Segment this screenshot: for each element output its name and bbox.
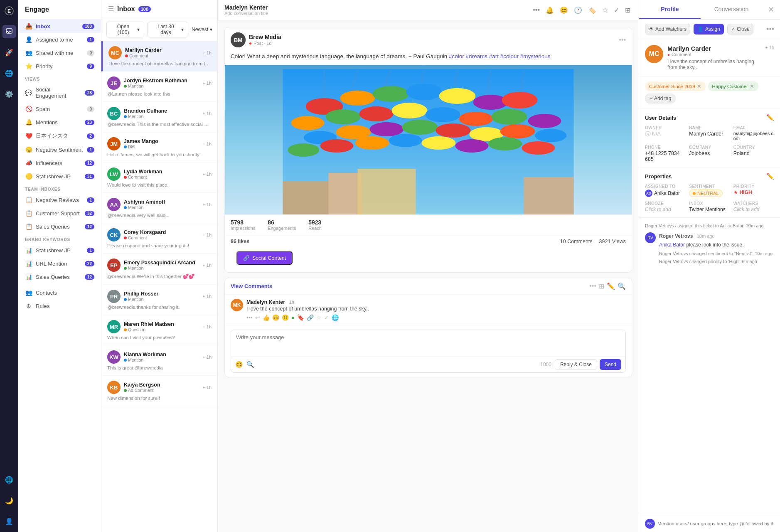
sidebar-item-neg-reviews[interactable]: 📋 Negative Reviews 1 [18,193,101,207]
more-icon[interactable]: ••• [531,5,541,15]
sidebar-item-customer-support[interactable]: 📋 Customer Support 32 [18,207,101,220]
svg-point-31 [528,114,561,128]
inbox-list-item[interactable]: AA Ashlynn Aminoff Mention + 1h @brewmed… [101,193,217,223]
comment-more-icon[interactable]: ••• [589,282,596,290]
comment-action-translate[interactable]: 🌐 [332,314,339,321]
comment-expand-icon[interactable]: ⊞ [599,282,604,290]
conversation-header-sub[interactable]: Add conversation title [224,11,527,16]
add-watchers-btn[interactable]: 👁 Add Watchers [645,24,690,34]
comment-action-green-circle[interactable]: ● [291,314,295,321]
activity-avatar-rv: RV [645,232,656,243]
sidebar-item-url-mention[interactable]: 📊 URL Mention 32 [18,257,101,270]
sidebar-item-statusbrew-kw[interactable]: 📊 Statusbrew JP 1 [18,244,101,257]
inbox-list-item[interactable]: JE Jordyn Ekstrom Bothman Mention + 1h @… [101,71,217,102]
main-content: Madelyn Kenter Add conversation title ••… [218,0,639,532]
nav-user-icon[interactable]: 👤 [2,515,16,528]
sidebar-item-spam[interactable]: 🚫 Spam 0 [18,102,101,116]
reply-emoji-icon[interactable]: 😊 [235,361,243,368]
emoji-icon[interactable]: 😊 [558,5,570,16]
reply-attachment-icon[interactable]: 🔍 [246,361,254,368]
comment-action-more[interactable]: ••• [246,314,253,321]
sidebar-item-mentions[interactable]: 🔔 Mentions 23 [18,116,101,129]
clock-icon[interactable]: 🕐 [572,5,584,16]
inbox-item-top: BC Brandon Culhane Mention + 1h [107,107,212,120]
user-details-edit-icon[interactable]: ✏️ [766,114,774,121]
inbox-list-item[interactable]: BC Brandon Culhane Mention + 1h @brewmed… [101,102,217,132]
nav-compass-icon[interactable]: 🌐 [2,66,16,80]
sidebar-item-statusbrew[interactable]: 🟡 Statusbrew JP 31 [18,170,101,183]
sidebar-item-negative[interactable]: 😠 Negative Sentiment 1 [18,143,101,156]
sidebar-item-contacts[interactable]: 👥 Contacts [18,286,101,299]
comment-action-check[interactable]: ✓ [324,314,329,321]
detail-name-value: Marilyn Carder [689,131,730,137]
reply-send-btn[interactable]: Send [600,359,621,370]
inbox-list-item[interactable]: CK Corey Korsgaard Comment + 1h Please r… [101,223,217,254]
tag-customer-since-close[interactable]: ✕ [697,83,701,89]
sidebar-item-priority[interactable]: ⭐ Priority 9 [18,59,101,73]
inbox-list-item[interactable]: EP Emery Passaquindici Arcand Mention + … [101,254,217,285]
check-icon[interactable]: ✓ [612,5,621,16]
sidebar-item-rules[interactable]: ⊕ Rules [18,299,101,313]
inbox-list-item[interactable]: MC Marilyn Carder Comment + 1h I love th… [101,41,217,71]
comment-action-smile[interactable]: 🙂 [282,314,289,321]
assign-btn[interactable]: 👤 Assign [694,24,724,34]
date-filter-btn[interactable]: Last 30 days ▾ [148,22,188,37]
menu-icon[interactable]: ☰ [108,5,114,13]
comment-search-icon[interactable]: 🔍 [618,282,626,290]
sidebar-item-inbox[interactable]: 📥 Inbox 100 [18,20,101,33]
nav-settings-icon[interactable]: ⚙️ [2,87,16,101]
sidebar-item-shared[interactable]: 👥 Shared with me 0 [18,46,101,59]
panel-more-icon[interactable]: ••• [766,25,774,34]
comment-action-bookmark[interactable]: 🔖 [297,314,304,321]
close-ticket-btn[interactable]: ✓ Close [727,24,753,34]
sort-btn[interactable]: Newest ▾ [192,27,212,32]
reply-close-btn[interactable]: Reply & Close [555,359,597,370]
comment-edit-icon[interactable]: ✏️ [607,282,615,290]
nav-inbox-icon[interactable] [2,25,16,38]
comment-action-emoji[interactable]: 😊 [272,314,279,321]
prop-inbox-label: INBOX [689,201,730,206]
inbox-item-tag-dot [124,359,127,362]
open-filter-btn[interactable]: Open (100) ▾ [106,22,144,37]
add-tag-btn[interactable]: + Add tag [645,94,676,103]
nav-rocket-icon[interactable]: 🚀 [2,46,16,59]
inbox-list-item[interactable]: KW Kianna Workman Mention + 1h This is g… [101,345,217,376]
comment-action-like[interactable]: 👍 [263,314,270,321]
panel-close-icon[interactable]: ✕ [762,5,780,14]
tag-icon[interactable]: 🏷️ [586,5,598,16]
inbox-list-item[interactable]: KB Kaiya Bergson Ad Comment + 1h New dim… [101,376,217,406]
date-filter-chevron: ▾ [181,27,184,32]
social-content-btn[interactable]: 🔗 Social Content [236,251,293,265]
star-icon[interactable]: ☆ [600,5,610,16]
nav-globe-icon[interactable]: 🌐 [2,473,16,486]
inbox-list-item[interactable]: MR Maren Rhiel Madsen Question + 1h When… [101,315,217,345]
inbox-list-item[interactable]: LW Lydia Workman Comment + 1h Would love… [101,163,217,193]
view-comments-label[interactable]: View Comments [231,283,272,289]
bottom-reply-input[interactable] [657,521,774,526]
bell-icon[interactable]: 🔔 [544,5,556,16]
prop-watchers-value[interactable]: Click to add [733,207,774,212]
inbox-list-item[interactable]: JM James Mango DM + 1h Hello James, we w… [101,132,217,163]
tab-conversation[interactable]: Conversation [701,0,762,19]
sidebar-item-assigned[interactable]: 👤 Assigned to me 1 [18,33,101,46]
sidebar-item-influencers[interactable]: 📣 Influencers 12 [18,156,101,170]
tab-profile[interactable]: Profile [639,0,701,19]
sidebar-item-sales-q2[interactable]: 📊 Sales Queries 12 [18,270,101,283]
prop-snooze-value[interactable]: Click to add [645,207,686,212]
activity-mention-link[interactable]: Anika Bator [659,242,685,248]
sidebar-item-japanese[interactable]: ❤️ 日本インスタ 2 [18,129,101,143]
sidebar-item-sales-queries[interactable]: 📋 Sales Queries 12 [18,220,101,233]
inbox-list-item[interactable]: PR Phillip Rosser Mention + 1h @brewmedi… [101,285,217,315]
properties-edit-icon[interactable]: ✏️ [766,172,774,180]
comment-header: View Comments ••• ⊞ ✏️ 🔍 [225,278,632,295]
nav-moon-icon[interactable]: 🌙 [2,494,16,507]
grid-icon[interactable]: ⊞ [623,5,632,16]
comment-action-star[interactable]: ☆ [316,314,322,321]
post-more-icon[interactable]: ••• [619,36,626,44]
activity-section: Roger Vetrovs assigned this ticket to An… [639,218,780,515]
comment-action-reply[interactable]: ↩ [255,314,260,321]
comment-action-link[interactable]: 🔗 [307,314,314,321]
tag-happy-customer-close[interactable]: ✕ [750,83,754,89]
sidebar-item-social[interactable]: 💬 Social Engagement 28 [18,83,101,102]
reply-textarea[interactable] [231,330,625,355]
